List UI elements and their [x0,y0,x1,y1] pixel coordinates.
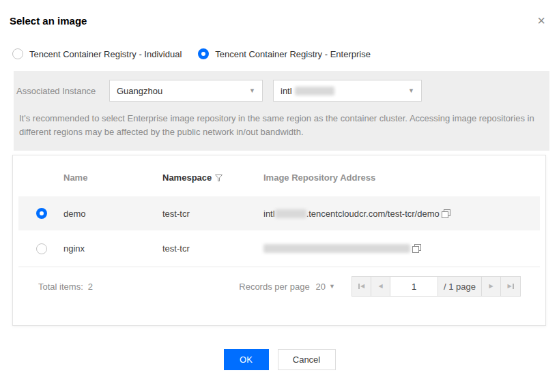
current-page-input[interactable] [390,277,438,296]
row-address: intl .tencentcloudcr.com/test-tcr/demo [263,209,540,219]
column-header-name: Name [63,172,162,183]
instance-dropdown-value: intl [281,86,334,96]
records-per-page-value: 20 [316,282,326,292]
row-name: nginx [63,243,162,254]
cancel-button[interactable]: Cancel [278,349,336,370]
column-header-namespace: Namespace [162,172,263,183]
table-row-nginx[interactable]: nginx test-tcr [18,230,540,267]
row-namespace: test-tcr [162,243,263,254]
first-page-button[interactable]: ◀ [352,277,371,296]
table-footer: Total items: 2 Records per page 20 ▼ ◀ ◀… [18,276,540,297]
filter-funnel-icon[interactable] [215,175,223,181]
copy-icon[interactable] [442,209,450,218]
last-page-button[interactable]: ▶ [501,277,520,296]
ok-button[interactable]: OK [224,349,269,370]
row-radio-cell [18,208,63,219]
region-dropdown[interactable]: Guangzhou ▼ [109,80,263,102]
radio-registry-enterprise-label: Tencent Container Registry - Enterprise [215,49,371,59]
chevron-down-icon: ▼ [249,87,255,94]
previous-page-icon: ◀ [378,284,382,289]
row-namespace: test-tcr [162,209,263,219]
associated-instance-section: Associated Instance Guangzhou ▼ intl ▼ I… [14,71,549,151]
radio-checked-icon[interactable] [198,48,209,59]
registry-type-options: Tencent Container Registry - Individual … [12,48,559,59]
row-radio-cell [18,243,63,254]
select-image-dialog: Select an image × Tencent Container Regi… [0,0,559,392]
close-icon[interactable]: × [534,14,548,27]
associated-instance-label: Associated Instance [16,86,109,96]
last-page-icon [513,284,514,289]
table-header-row: Name Namespace Image Repository Address [13,155,545,196]
image-repository-table: Name Namespace Image Repository Address … [12,155,546,326]
chevron-down-icon: ▼ [408,87,414,94]
previous-page-button[interactable]: ◀ [371,277,390,296]
instance-dropdown-value-prefix: intl [281,86,292,96]
dialog-actions: OK Cancel [0,349,559,370]
row-address-prefix: intl [263,209,275,219]
radio-registry-individual[interactable]: Tencent Container Registry - Individual [12,48,182,59]
radio-registry-individual-label: Tencent Container Registry - Individual [29,49,182,59]
region-recommendation-notice: It's recommended to select Enterprise im… [16,112,541,139]
radio-registry-enterprise[interactable]: Tencent Container Registry - Enterprise [198,48,371,59]
page-count-label: / 1 page [438,277,482,296]
chevron-down-icon: ▼ [329,283,335,290]
row-address-suffix: .tencentcloudcr.com/test-tcr/demo [306,209,440,219]
total-items-label: Total items: [38,282,83,292]
radio-checked-icon[interactable] [36,208,47,219]
records-per-page-dropdown[interactable]: 20 ▼ [316,282,335,292]
records-per-page-label: Records per page [239,282,309,292]
associated-instance-row: Associated Instance Guangzhou ▼ intl ▼ [16,80,541,102]
next-page-button[interactable]: ▶ [482,277,501,296]
next-page-icon: ▶ [489,284,493,289]
redacted-instance-name [295,87,334,95]
region-dropdown-value: Guangzhou [117,86,162,96]
dialog-header: Select an image × [0,0,559,27]
pagination-controls: ◀ ◀ / 1 page ▶ ▶ [352,276,521,297]
radio-unchecked-icon[interactable] [12,48,23,59]
redacted-address-segment [263,244,410,253]
radio-unchecked-icon[interactable] [36,243,47,254]
instance-dropdown[interactable]: intl ▼ [273,80,422,102]
total-items-value: 2 [88,282,93,292]
dialog-title: Select an image [10,15,548,27]
first-page-icon [358,284,360,289]
column-header-address: Image Repository Address [263,172,545,183]
redacted-address-segment [275,209,306,218]
copy-icon[interactable] [412,244,421,253]
table-row-demo[interactable]: demo test-tcr intl .tencentcloudcr.com/t… [18,196,540,230]
row-name: demo [63,209,162,219]
column-header-namespace-label: Namespace [162,172,212,183]
row-address [263,244,540,253]
